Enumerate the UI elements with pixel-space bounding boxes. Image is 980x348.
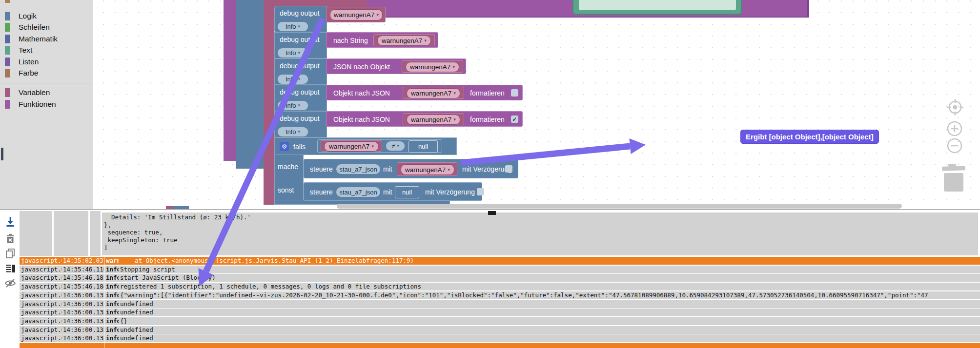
- clear-log-icon[interactable]: [4, 233, 16, 245]
- option-label: formatieren: [470, 89, 505, 97]
- debug-label: debug output: [280, 36, 320, 43]
- chevron-down-icon: ▾: [376, 13, 379, 17]
- option-label: formatieren: [470, 116, 505, 123]
- sidebar-item-listen[interactable]: Listen: [0, 58, 93, 67]
- log-level-dropdown[interactable]: Info▾: [278, 127, 308, 136]
- variable-block[interactable]: warnungenA7▾: [403, 87, 464, 99]
- category-color-swatch: [5, 69, 10, 77]
- mache-label: mache: [278, 163, 298, 171]
- delay-label: mit Verzögerung: [425, 188, 475, 196]
- debug-block-5[interactable]: debug output Info▾: [274, 111, 327, 137]
- convert-block-objekt-nach-json[interactable]: Objekt nach JSON warnungenA7▾ formatiere…: [326, 85, 523, 100]
- mit-label: mit: [383, 165, 392, 173]
- variable-dropdown[interactable]: warnungenA7▾: [377, 36, 431, 46]
- log-cell-empty: [20, 211, 52, 256]
- clipped-mauve-block[interactable]: [264, 0, 274, 205]
- delay-label: mit Verzögerung: [462, 165, 512, 173]
- trash-icon[interactable]: [942, 164, 965, 192]
- variable-block[interactable]: warnungenA7▾: [402, 60, 463, 73]
- delay-checkbox[interactable]: [477, 188, 484, 195]
- zoom-reset-icon[interactable]: [947, 99, 963, 116]
- schedule-field[interactable]: [579, 0, 736, 10]
- variable-dropdown[interactable]: warnungenA7▾: [324, 141, 379, 152]
- copy-log-icon[interactable]: [4, 248, 16, 259]
- variable-block[interactable]: warnungenA7▾: [321, 140, 382, 152]
- debug-label: debug output: [280, 115, 320, 122]
- steuere-label: steuere: [310, 188, 333, 196]
- chevron-down-icon: ▾: [448, 168, 450, 172]
- variable-block[interactable]: warnungenA7▾: [403, 113, 464, 125]
- formatieren-checkbox[interactable]: [511, 116, 518, 123]
- object-id-field[interactable]: stau_a7_json: [336, 164, 380, 174]
- object-id-field[interactable]: stau_a7_json: [336, 187, 380, 197]
- variable-block[interactable]: warnungenA7▾: [326, 7, 386, 22]
- log-row: javascript.014:35:02.037warn at Object.<…: [20, 257, 980, 265]
- log-level-dropdown[interactable]: Info▾: [278, 22, 308, 31]
- null-block[interactable]: null: [408, 140, 438, 153]
- sidebar-item-logik[interactable]: Logik: [0, 12, 93, 21]
- sidebar-item-text[interactable]: Text: [0, 46, 93, 56]
- steuere-label: steuere: [310, 165, 333, 173]
- convert-block-json-nach-objekt[interactable]: JSON nach Objekt warnungenA7▾: [326, 58, 466, 74]
- null-block[interactable]: null: [395, 186, 419, 198]
- convert-block-objekt-nach-json[interactable]: Objekt nach JSON warnungenA7▾ formatiere…: [326, 111, 523, 127]
- debug-block-2[interactable]: debug output Info▾: [274, 32, 327, 58]
- if-block-spine[interactable]: mache sonst: [274, 155, 304, 205]
- variable-block[interactable]: warnungenA7▾: [373, 34, 435, 46]
- variable-dropdown[interactable]: warnungenA7▾: [407, 88, 460, 98]
- category-color-swatch: [5, 35, 10, 43]
- convert-block-nach-string[interactable]: nach String warnungenA7▾: [326, 32, 438, 48]
- sidebar-item-variablen[interactable]: Variablen: [0, 88, 93, 98]
- sidebar-scroll-thumb[interactable]: [1, 148, 3, 160]
- zoom-in-icon[interactable]: [948, 122, 961, 135]
- chevron-down-icon: ▾: [424, 39, 427, 43]
- sidebar-item-schleifen[interactable]: Schleifen: [0, 23, 93, 33]
- blockly-workspace[interactable]: debug output Info▾ warnungenA7▾ debug ou…: [93, 0, 980, 210]
- formatieren-checkbox[interactable]: [511, 89, 518, 97]
- sidebar-item-mathematik[interactable]: Mathematik: [0, 35, 93, 44]
- control-block-mache[interactable]: steuere stau_a7_json mit warnungenA7▾ mi…: [304, 159, 518, 178]
- log-continuation-text: Details: 'Im Stillstand (ø: 23 km/h).' }…: [102, 213, 978, 255]
- debug-block-4[interactable]: debug output Info▾: [274, 85, 327, 111]
- clipped-blue-block[interactable]: [236, 0, 264, 169]
- debug-label: debug output: [280, 88, 320, 96]
- log-level-dropdown[interactable]: Info▾: [278, 48, 308, 58]
- chevron-down-icon: ▾: [298, 130, 301, 134]
- clipped-purple-block[interactable]: [224, 0, 236, 161]
- log-row: javascript.014:36:00.138infoundefined: [20, 326, 980, 334]
- gear-icon[interactable]: ⚙: [280, 142, 289, 151]
- download-log-icon[interactable]: [4, 216, 16, 228]
- compare-block[interactable]: warnungenA7▾ ≠▾ null: [317, 139, 442, 153]
- zoom-out-icon[interactable]: [948, 139, 961, 153]
- sidebar-item-funktionen[interactable]: Funktionen: [0, 100, 93, 110]
- category-color-swatch: [5, 88, 10, 97]
- debug-block-3[interactable]: debug output Info▾: [274, 58, 327, 85]
- control-block-sonst[interactable]: steuere stau_a7_json mit null mit Verzög…: [304, 182, 482, 201]
- category-color-swatch: [5, 23, 10, 32]
- chevron-down-icon: ▾: [298, 77, 301, 81]
- sonst-label: sonst: [278, 186, 294, 194]
- horizontal-scrollbar[interactable]: [337, 204, 902, 209]
- category-color-swatch: [5, 12, 10, 20]
- log-lines-icon[interactable]: [4, 263, 16, 274]
- variable-dropdown[interactable]: warnungenA7▾: [406, 62, 459, 72]
- panel-resize-handle[interactable]: [488, 211, 496, 215]
- category-color-swatch: [5, 46, 10, 55]
- result-tooltip: Ergibt [object Object],[object Object]: [740, 130, 879, 144]
- variable-dropdown[interactable]: warnungenA7▾: [330, 9, 383, 20]
- log-level-dropdown[interactable]: Info▾: [278, 75, 308, 84]
- log-level-dropdown[interactable]: Info▾: [278, 101, 308, 110]
- delay-checkbox[interactable]: [505, 165, 512, 173]
- log-row-partial: [20, 343, 980, 348]
- chevron-down-icon: ▾: [298, 24, 301, 29]
- debug-label: debug output: [280, 9, 320, 17]
- variable-dropdown[interactable]: warnungenA7▾: [401, 164, 454, 175]
- toolbox-category-partial[interactable]: [5, 0, 10, 3]
- debug-block-1[interactable]: debug output Info▾: [274, 6, 327, 32]
- sidebar-item-farbe[interactable]: Farbe: [0, 69, 93, 78]
- operator-dropdown[interactable]: ≠▾: [386, 141, 405, 151]
- hide-log-icon[interactable]: [4, 277, 16, 289]
- block-label: nach String: [333, 37, 368, 44]
- variable-dropdown[interactable]: warnungenA7▾: [407, 115, 460, 125]
- variable-block[interactable]: warnungenA7▾: [397, 162, 457, 176]
